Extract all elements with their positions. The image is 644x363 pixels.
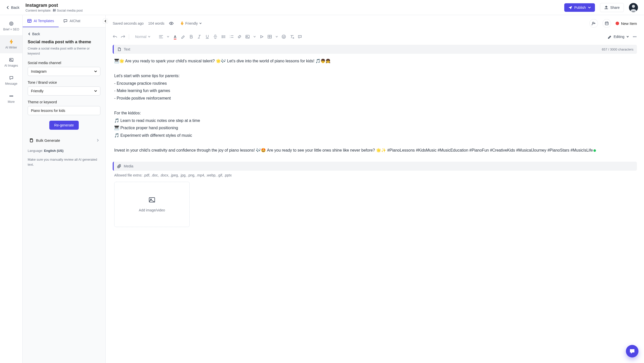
svg-rect-14 (30, 139, 33, 142)
svg-point-4 (10, 22, 13, 25)
clear-format-button[interactable] (290, 34, 294, 39)
page-title: Instagram post (25, 3, 564, 8)
theme-input[interactable]: Piano lessons for kids (28, 106, 100, 115)
document-icon (117, 47, 121, 51)
chevron-down-icon[interactable] (275, 35, 278, 38)
panel-description: Create a social media post with a theme … (28, 46, 100, 56)
comment-button[interactable] (298, 34, 302, 39)
undo-button[interactable] (113, 34, 117, 39)
chevron-down-icon (588, 6, 591, 9)
add-date-button[interactable] (602, 19, 611, 28)
svg-point-28 (222, 35, 222, 36)
cursor-indicator (593, 149, 596, 152)
title-block: Instagram post Content template: Social … (25, 3, 564, 12)
media-block-header[interactable]: Media (113, 162, 637, 171)
pencil-icon (608, 35, 612, 39)
svg-line-1 (55, 9, 55, 12)
chevron-right-icon (97, 139, 99, 142)
chevron-down-icon (94, 70, 97, 73)
svg-point-44 (282, 35, 286, 38)
subtitle-label: Content template: (25, 9, 51, 12)
text-color-button[interactable]: A (173, 34, 177, 39)
eye-icon[interactable] (169, 21, 174, 26)
text-block-header[interactable]: Text 657 / 3000 characters (113, 45, 637, 54)
tone-select[interactable]: Friendly (28, 86, 100, 96)
panel-back-button[interactable]: Back (28, 32, 100, 36)
svg-rect-18 (605, 22, 608, 25)
media-dropzone[interactable]: Add image/video (114, 182, 190, 227)
language-row[interactable]: Language: English (US) (28, 149, 100, 153)
tab-ai-templates[interactable]: AI Templates (23, 15, 59, 27)
text-style-select[interactable]: Normal (133, 33, 155, 40)
chat-bubble-icon (63, 19, 68, 23)
bullet-list-button[interactable] (221, 34, 226, 39)
status-dot (616, 22, 619, 25)
layout-icon (27, 19, 32, 23)
help-fab[interactable] (626, 345, 638, 357)
chevron-left-icon (6, 6, 10, 9)
chevron-down-icon (626, 35, 629, 38)
saved-status: Saved seconds ago (113, 21, 144, 25)
numbered-list-button[interactable]: 12 (229, 34, 234, 39)
rail-item-brief-seo[interactable]: Brief + SEO (0, 17, 22, 35)
user-plus-icon (592, 21, 596, 25)
rail-item-ai-images[interactable]: AI Images (0, 53, 22, 71)
svg-point-10 (12, 96, 13, 97)
italic-button[interactable] (197, 34, 202, 39)
back-button[interactable]: Back (6, 5, 19, 10)
svg-text:2: 2 (230, 37, 231, 38)
bulk-generate-button[interactable]: Bulk Generate (28, 135, 100, 145)
emoji-button[interactable] (281, 34, 286, 39)
share-button[interactable]: Share (600, 3, 624, 12)
char-count: 657 / 3000 characters (602, 48, 633, 51)
collapse-sidebar-button[interactable] (103, 19, 108, 24)
upload-icon (604, 6, 608, 10)
send-icon (568, 6, 572, 10)
more-icon (9, 94, 14, 99)
bolt-icon (9, 39, 14, 44)
chevron-down-icon[interactable] (167, 35, 169, 38)
calendar-icon (605, 21, 609, 25)
underline-button[interactable] (205, 34, 210, 39)
align-button[interactable] (159, 34, 163, 39)
chat-icon (629, 348, 635, 354)
regenerate-button[interactable]: Re-generate (49, 121, 79, 130)
rail-item-message[interactable]: Message (0, 71, 22, 89)
redo-button[interactable] (121, 34, 125, 39)
svg-point-45 (283, 36, 284, 37)
highlight-button[interactable] (181, 34, 185, 39)
svg-point-17 (592, 22, 594, 24)
svg-marker-40 (261, 35, 263, 38)
theme-label: Theme or keyword (28, 100, 100, 104)
chevron-down-icon[interactable] (253, 35, 256, 38)
status-select[interactable]: New Item (616, 21, 637, 26)
more-options-button[interactable] (632, 34, 637, 39)
video-button[interactable] (259, 34, 264, 39)
chevron-down-icon (199, 22, 202, 25)
svg-point-15 (171, 23, 172, 24)
strike-button[interactable] (213, 34, 218, 39)
chevron-down-icon (94, 89, 97, 93)
insert-image-button[interactable] (245, 34, 250, 39)
target-icon (9, 21, 14, 26)
tab-aichat[interactable]: AIChat (59, 15, 85, 27)
chevron-left-icon (28, 32, 31, 35)
avatar[interactable] (629, 3, 638, 12)
copy-icon (29, 138, 33, 143)
table-button[interactable] (267, 34, 272, 39)
svg-point-48 (633, 36, 634, 37)
add-assignee-button[interactable] (589, 19, 598, 28)
rail-item-more[interactable]: More (0, 89, 22, 108)
publish-button[interactable]: Publish (564, 3, 595, 12)
back-label: Back (11, 5, 19, 10)
template-link[interactable]: Social media post (53, 9, 83, 12)
editor-content[interactable]: 🎹🌟 Are you ready to spark your child's m… (106, 54, 644, 160)
link-button[interactable] (237, 34, 242, 39)
svg-point-49 (634, 36, 635, 37)
rail-item-ai-writer[interactable]: AI Writer (0, 35, 22, 53)
panel-heading: Social media post with a theme (28, 39, 100, 44)
voice-select[interactable]: Friendly (178, 20, 204, 27)
bold-button[interactable] (189, 34, 193, 39)
editing-mode-select[interactable]: Editing (608, 35, 629, 39)
channel-select[interactable]: Instagram (28, 67, 100, 76)
